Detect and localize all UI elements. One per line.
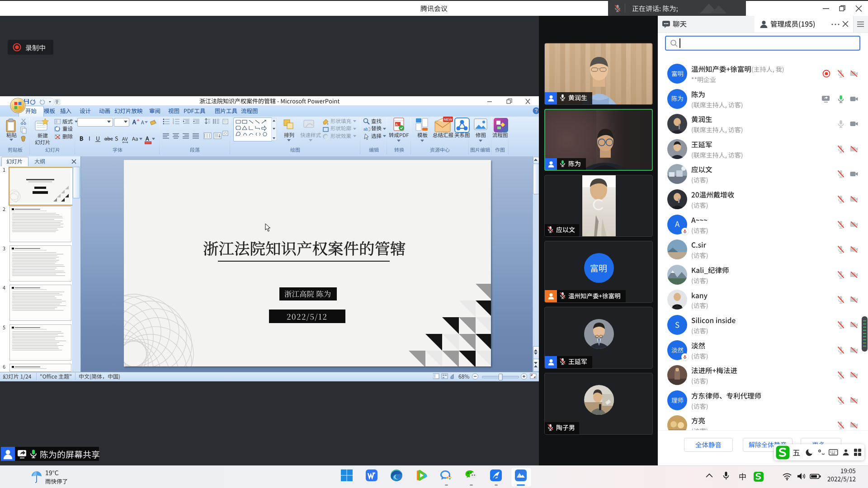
- svg-text:A: A: [396, 123, 398, 126]
- svg-text:3: 3: [173, 123, 174, 124]
- svg-text:?: ?: [535, 108, 538, 113]
- svg-text:NEW: NEW: [444, 117, 453, 122]
- svg-text:ab: ab: [363, 127, 368, 131]
